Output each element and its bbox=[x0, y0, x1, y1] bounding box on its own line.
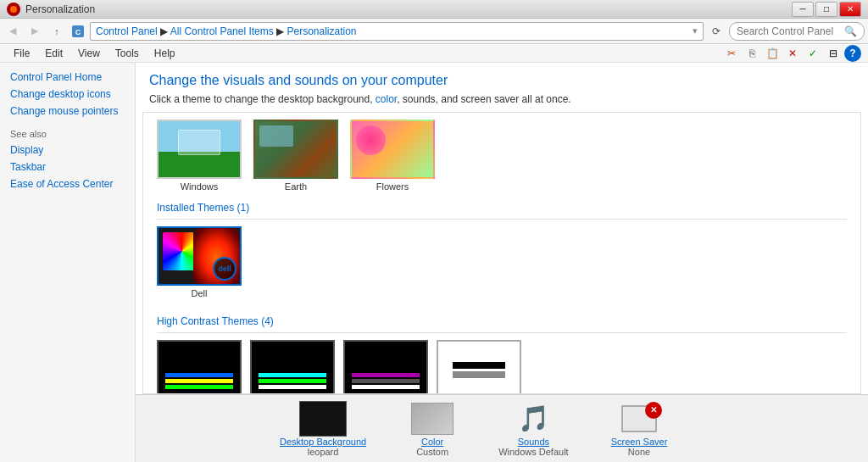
up-button[interactable]: ↑ bbox=[47, 22, 66, 41]
hc2-thumbnail bbox=[250, 340, 335, 394]
maximize-button[interactable]: □ bbox=[815, 2, 837, 17]
svg-point-0 bbox=[10, 6, 17, 13]
title-bar: Personalization ─ □ ✕ bbox=[0, 0, 868, 19]
sidebar-home-link[interactable]: Control Panel Home bbox=[10, 71, 125, 83]
theme-item-windows[interactable]: Windows bbox=[157, 120, 242, 192]
screen-saver-badge: ✕ bbox=[645, 402, 662, 419]
color-label[interactable]: Color bbox=[421, 437, 443, 447]
back-button[interactable]: ◀ bbox=[3, 22, 22, 41]
paste-icon[interactable]: 📋 bbox=[763, 44, 782, 63]
sidebar-display-link[interactable]: Display bbox=[10, 144, 125, 156]
menu-file[interactable]: File bbox=[7, 46, 36, 61]
sounds-emoji: 🎵 bbox=[518, 404, 549, 433]
menu-help[interactable]: Help bbox=[147, 46, 182, 61]
toolbar-icons: ✂ ⎘ 📋 ✕ ✓ ⊟ ? bbox=[722, 44, 861, 63]
sidebar-mouse-pointers-link[interactable]: Change mouse pointers bbox=[10, 105, 125, 117]
theme-name-windows: Windows bbox=[181, 181, 219, 192]
desktop-bg-thumbnail bbox=[299, 401, 347, 437]
screen-saver-label[interactable]: Screen Saver bbox=[611, 437, 668, 447]
content-desc: Click a theme to change the desktop back… bbox=[149, 93, 854, 105]
color-thumbnail bbox=[411, 403, 453, 435]
sounds-sublabel: Windows Default bbox=[498, 447, 569, 457]
installed-themes-label: Installed Themes (1) bbox=[157, 195, 847, 220]
high-contrast-themes-grid: High Contrast #1 High Contrast #2 bbox=[157, 340, 847, 394]
properties-icon[interactable]: ⊟ bbox=[824, 44, 843, 63]
desktop-background-button[interactable]: Desktop Background leopard bbox=[280, 401, 366, 457]
installed-themes-grid: dell Dell bbox=[157, 226, 847, 309]
menu-bar: File Edit View Tools Help ✂ ⎘ 📋 ✕ ✓ ⊟ ? bbox=[0, 44, 868, 63]
content-area: Change the visuals and sounds on your co… bbox=[136, 63, 868, 462]
theme-name-dell: Dell bbox=[192, 288, 208, 298]
address-bar: ◀ ▶ ↑ C Control Panel ▶ All Control Pane… bbox=[0, 19, 868, 44]
bottom-bar: Desktop Background leopard Color Custom … bbox=[136, 394, 868, 462]
menu-view[interactable]: View bbox=[71, 46, 107, 61]
my-themes-partial: Windows Earth Flowers bbox=[157, 113, 847, 195]
color-button[interactable]: Color Custom bbox=[409, 401, 456, 457]
address-field[interactable]: Control Panel ▶ All Control Panel Items … bbox=[90, 22, 704, 41]
theme-item-hc-black[interactable]: High Contrast Black bbox=[343, 340, 428, 394]
sounds-button[interactable]: 🎵 Sounds Windows Default bbox=[498, 401, 569, 457]
hc1-thumbnail bbox=[157, 340, 242, 394]
theme-item-hc2[interactable]: High Contrast #2 bbox=[250, 340, 335, 394]
address-path: Control Panel ▶ All Control Panel Items … bbox=[96, 25, 357, 37]
sidebar-desktop-icons-link[interactable]: Change desktop icons bbox=[10, 88, 125, 100]
content-header: Change the visuals and sounds on your co… bbox=[136, 63, 868, 112]
content-title: Change the visuals and sounds on your co… bbox=[149, 73, 854, 88]
window-controls: ─ □ ✕ bbox=[792, 2, 861, 17]
themes-scroll[interactable]: Windows Earth Flowers Inst bbox=[142, 112, 861, 394]
address-dropdown[interactable]: ▾ bbox=[693, 25, 698, 36]
check-icon[interactable]: ✓ bbox=[804, 44, 822, 63]
cut-icon[interactable]: ✂ bbox=[722, 44, 741, 63]
color-icon bbox=[409, 401, 456, 437]
screen-saver-button[interactable]: ✕ Screen Saver None bbox=[611, 401, 668, 457]
dell-thumbnail: dell bbox=[157, 226, 242, 286]
forward-button[interactable]: ▶ bbox=[25, 22, 44, 41]
desktop-background-icon bbox=[299, 401, 347, 437]
color-sublabel: Custom bbox=[416, 447, 448, 457]
color-link[interactable]: color bbox=[376, 93, 397, 105]
theme-name-earth: Earth bbox=[285, 181, 307, 192]
hc-white-thumbnail bbox=[437, 340, 521, 394]
sidebar-taskbar-link[interactable]: Taskbar bbox=[10, 161, 125, 173]
sidebar-ease-of-access-link[interactable]: Ease of Access Center bbox=[10, 178, 125, 190]
theme-item-dell[interactable]: dell Dell bbox=[157, 226, 242, 298]
sounds-icon: 🎵 bbox=[509, 401, 557, 437]
search-field[interactable]: 🔍 bbox=[729, 22, 865, 41]
menu-edit[interactable]: Edit bbox=[38, 46, 70, 61]
search-icon: 🔍 bbox=[844, 25, 857, 37]
close-button[interactable]: ✕ bbox=[839, 2, 861, 17]
high-contrast-themes-label: High Contrast Themes (4) bbox=[157, 309, 847, 333]
theme-item-flowers[interactable]: Flowers bbox=[350, 120, 435, 192]
see-also-title: See also bbox=[10, 129, 125, 139]
theme-name-flowers: Flowers bbox=[376, 181, 409, 192]
refresh-button[interactable]: ⟳ bbox=[707, 22, 726, 41]
help-icon[interactable]: ? bbox=[844, 45, 861, 62]
sounds-label[interactable]: Sounds bbox=[518, 437, 549, 447]
menu-tools[interactable]: Tools bbox=[108, 46, 146, 61]
theme-item-earth[interactable]: Earth bbox=[253, 120, 338, 192]
sidebar-see-also: See also Display Taskbar Ease of Access … bbox=[10, 129, 125, 190]
main-layout: Control Panel Home Change desktop icons … bbox=[0, 63, 868, 462]
theme-item-hc1[interactable]: High Contrast #1 bbox=[157, 340, 242, 394]
minimize-button[interactable]: ─ bbox=[792, 2, 814, 17]
theme-item-hc-white[interactable]: High Contrast White bbox=[437, 340, 521, 394]
window-title: Personalization bbox=[25, 3, 95, 15]
copy-icon[interactable]: ⎘ bbox=[743, 44, 761, 63]
screen-saver-sublabel: None bbox=[628, 447, 650, 457]
hc-black-thumbnail bbox=[343, 340, 428, 394]
desktop-background-sublabel: leopard bbox=[308, 447, 339, 457]
search-input[interactable] bbox=[737, 25, 841, 37]
screen-saver-wrapper: ✕ bbox=[621, 405, 657, 432]
window-icon bbox=[7, 3, 20, 16]
screen-saver-icon: ✕ bbox=[615, 401, 663, 437]
desktop-background-label[interactable]: Desktop Background bbox=[280, 437, 366, 447]
sidebar: Control Panel Home Change desktop icons … bbox=[0, 63, 136, 462]
svg-text:C: C bbox=[75, 28, 81, 36]
delete-icon[interactable]: ✕ bbox=[783, 44, 802, 63]
dell-logo-icon: dell bbox=[213, 257, 236, 281]
